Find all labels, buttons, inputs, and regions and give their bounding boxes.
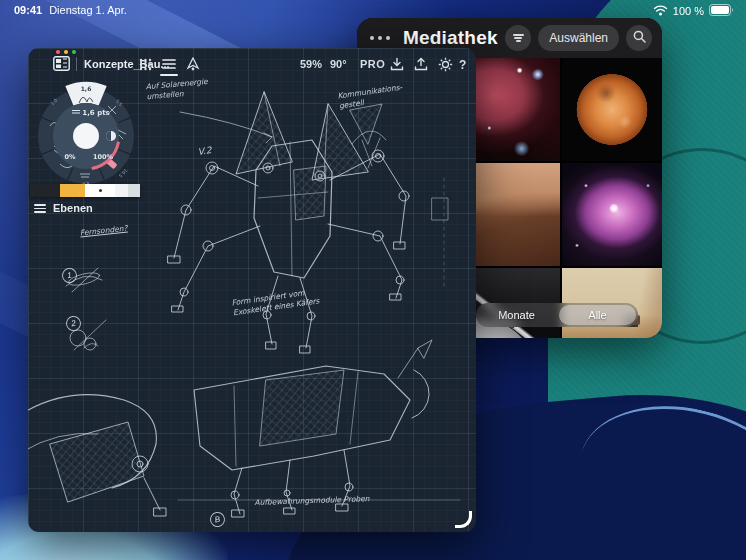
clock: 09:41 (14, 4, 42, 16)
rotation-value[interactable]: 90° (330, 58, 347, 70)
view-segmented-control: Monate Alle (476, 303, 638, 327)
help-button[interactable]: ? (459, 58, 466, 72)
pro-badge[interactable]: PRO (360, 58, 385, 70)
active-tab-indicator (160, 74, 178, 76)
wifi-icon (653, 5, 668, 18)
color-swatch-gray[interactable] (128, 184, 140, 197)
concepts-toolbar: Konzepte_Bau... 59% 90° PRO (28, 48, 476, 78)
select-button[interactable]: Auswählen (538, 25, 619, 51)
document-title[interactable]: Konzepte_Bau... (84, 58, 170, 70)
window-controls[interactable] (370, 36, 390, 40)
color-swatch-amber[interactable] (60, 184, 85, 197)
project-icon[interactable] (53, 56, 70, 73)
tool-panel-button[interactable] (160, 55, 178, 73)
battery-icon (709, 4, 734, 18)
color-palette (30, 184, 140, 197)
tool-wheel[interactable]: 1,6 1,0 5,5 16,5 6,9 1,6 pts 0% 100% (30, 80, 142, 192)
layers-icon (34, 202, 46, 215)
layers-button[interactable]: Ebenen (34, 202, 93, 215)
photo-orion-nebula[interactable] (562, 163, 662, 266)
window-controls-dots[interactable] (56, 50, 76, 54)
color-swatch-black[interactable] (30, 184, 60, 197)
opacity-min: 0% (64, 153, 76, 161)
battery-percent: 100 % (673, 5, 704, 17)
segment-monate[interactable]: Monate (478, 305, 555, 325)
status-bar: 09:41 Dienstag 1. Apr. 100 % (0, 0, 746, 20)
filter-icon (513, 32, 524, 43)
zoom-level[interactable]: 59% (300, 58, 322, 70)
export-button[interactable] (412, 55, 430, 73)
segment-alle[interactable]: Alle (559, 305, 636, 325)
filter-button[interactable] (505, 25, 531, 51)
layers-label: Ebenen (53, 202, 93, 214)
search-button[interactable] (626, 25, 652, 51)
color-swatch-white-selected[interactable] (85, 184, 115, 197)
active-tool-size: 1,6 (81, 85, 92, 92)
vector-nib-button[interactable] (184, 55, 202, 73)
gear-icon[interactable] (436, 55, 454, 73)
opacity-max: 100% (93, 153, 114, 161)
precision-grid-button[interactable] (136, 55, 154, 73)
color-swatch-light[interactable] (115, 184, 128, 197)
toolbar-divider (76, 57, 77, 71)
concepts-window: Auf Solarenergie umstellen Kommunikation… (28, 48, 476, 532)
date: Dienstag 1. Apr. (49, 4, 127, 16)
search-icon (633, 29, 646, 47)
photo-mars[interactable] (562, 58, 662, 161)
import-button[interactable] (388, 55, 406, 73)
page-title: Mediathek (403, 27, 498, 49)
stroke-width-value: 1,6 pts (82, 109, 109, 117)
annotation-version: V.2 (197, 145, 212, 158)
